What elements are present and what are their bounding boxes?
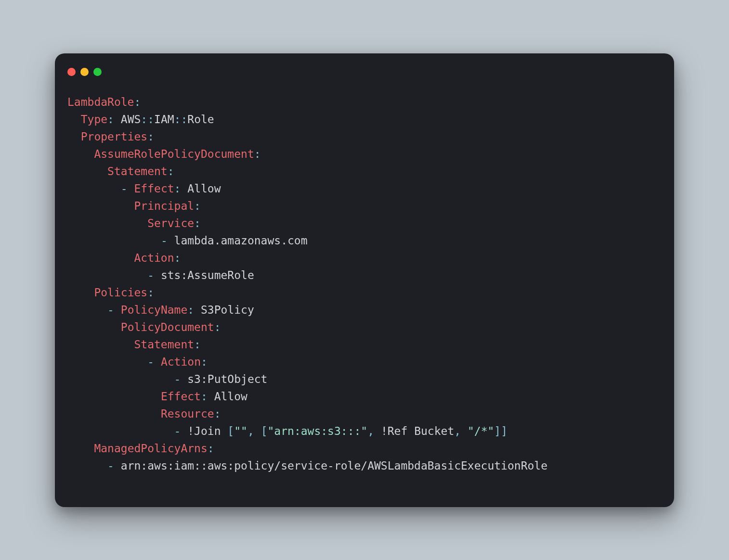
code-token: S3Policy: [194, 304, 254, 316]
code-token: -: [147, 356, 154, 368]
code-token: :: [254, 148, 261, 160]
code-token: [67, 425, 174, 437]
code-token: ,: [247, 425, 254, 437]
code-token: :: [134, 96, 141, 108]
code-token: -: [174, 373, 181, 385]
code-token: [67, 321, 121, 333]
code-token: ,: [367, 425, 374, 437]
code-token: :: [214, 407, 221, 420]
close-icon[interactable]: [67, 68, 76, 76]
code-token: [67, 390, 161, 403]
code-token: -: [161, 234, 168, 247]
code-token: ::: [174, 113, 188, 126]
code-token: Service: [147, 217, 194, 229]
code-token: ]]: [494, 425, 508, 437]
code-token: [67, 217, 147, 229]
code-token: ,: [454, 425, 461, 437]
code-token: Type: [81, 113, 107, 126]
code-token: [67, 252, 134, 264]
code-token: "": [234, 425, 247, 437]
traffic-lights: [67, 68, 662, 76]
code-token: Action: [134, 252, 174, 264]
code-token: :: [194, 338, 201, 351]
code-token: Principal: [134, 200, 194, 212]
code-token: Role: [187, 113, 214, 126]
code-token: [114, 304, 121, 316]
minimize-icon[interactable]: [80, 68, 89, 76]
code-token: sts:AssumeRole: [154, 269, 254, 281]
code-window: LambdaRole: Type: AWS::IAM::Role Propert…: [55, 53, 674, 507]
code-token: Allow: [208, 390, 247, 403]
code-token: Action: [161, 356, 201, 368]
code-token: Properties: [81, 130, 147, 143]
code-token: -: [174, 425, 181, 437]
code-token: [67, 286, 94, 299]
code-token: :: [194, 200, 201, 212]
code-token: Statement: [134, 338, 194, 351]
code-token: [67, 269, 147, 281]
code-token: lambda.amazonaws.com: [168, 234, 308, 247]
code-block: LambdaRole: Type: AWS::IAM::Role Propert…: [67, 93, 662, 474]
code-token: AssumeRolePolicyDocument: [94, 148, 254, 160]
code-token: [461, 425, 468, 437]
code-token: [67, 165, 107, 178]
code-token: PolicyName: [121, 304, 187, 316]
code-token: :: [174, 252, 181, 264]
code-token: !Ref Bucket: [374, 425, 454, 437]
code-token: s3:PutObject: [181, 373, 267, 385]
code-token: :: [208, 442, 214, 455]
code-token: [154, 356, 161, 368]
code-token: IAM: [154, 113, 174, 126]
code-token: [254, 425, 261, 437]
code-token: Effect: [134, 182, 174, 195]
code-token: ManagedPolicyArns: [94, 442, 207, 455]
code-token: :: [214, 321, 221, 333]
code-token: -: [107, 459, 114, 472]
code-token: :: [201, 356, 208, 368]
code-token: [67, 407, 161, 420]
code-token: :: [147, 130, 154, 143]
code-token: [67, 442, 94, 455]
code-token: :: [187, 304, 194, 316]
code-token: [67, 148, 94, 160]
code-token: Policies: [94, 286, 147, 299]
code-token: [67, 338, 134, 351]
code-token: :: [147, 286, 154, 299]
code-token: Resource: [161, 407, 214, 420]
code-token: [: [227, 425, 234, 437]
code-token: [128, 182, 134, 195]
code-token: [67, 304, 107, 316]
code-token: :: [107, 113, 114, 126]
code-token: Allow: [181, 182, 221, 195]
code-token: ::: [141, 113, 154, 126]
code-token: :: [201, 390, 208, 403]
code-token: PolicyDocument: [121, 321, 214, 333]
code-token: [67, 459, 107, 472]
code-token: [67, 356, 147, 368]
code-token: [67, 113, 81, 126]
code-token: [: [261, 425, 268, 437]
zoom-icon[interactable]: [93, 68, 102, 76]
code-token: [67, 182, 121, 195]
code-token: :: [194, 217, 201, 229]
code-token: -: [107, 304, 114, 316]
code-token: "/*": [468, 425, 494, 437]
code-token: :: [168, 165, 174, 178]
code-token: !Join: [181, 425, 227, 437]
code-token: :: [174, 182, 181, 195]
code-token: arn:aws:iam::aws:policy/service-role/AWS…: [114, 459, 547, 472]
code-token: Statement: [107, 165, 168, 178]
code-token: [67, 234, 161, 247]
code-token: LambdaRole: [67, 96, 134, 108]
code-token: Effect: [161, 390, 201, 403]
code-token: [67, 200, 134, 212]
code-token: "arn:aws:s3:::": [268, 425, 368, 437]
code-token: -: [147, 269, 154, 281]
code-token: AWS: [114, 113, 141, 126]
code-token: [67, 373, 174, 385]
code-token: -: [121, 182, 128, 195]
code-token: [67, 130, 81, 143]
